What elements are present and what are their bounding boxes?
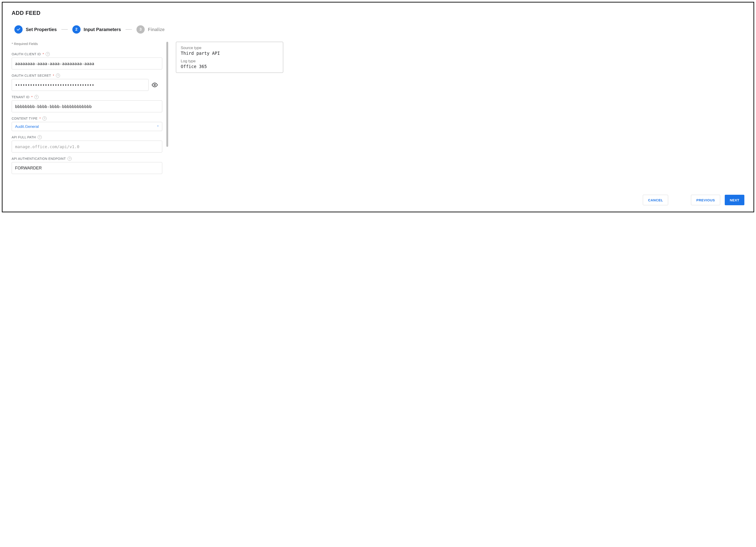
step-number: 2: [72, 25, 81, 34]
oauth-client-id-input[interactable]: [12, 57, 162, 69]
scrollbar[interactable]: [166, 42, 168, 147]
log-type-label: Log type: [181, 59, 278, 63]
step-label: Finalize: [148, 27, 165, 32]
required-star: *: [39, 117, 41, 120]
tenant-id-input[interactable]: [12, 100, 162, 112]
dialog-title: ADD FEED: [12, 10, 744, 16]
source-type-label: Source type: [181, 46, 278, 50]
required-star: *: [43, 52, 44, 56]
next-button[interactable]: NEXT: [725, 195, 744, 205]
svg-point-0: [154, 84, 156, 86]
step-separator: [61, 29, 68, 30]
api-auth-endpoint-input[interactable]: [12, 162, 162, 174]
step-input-parameters[interactable]: 2 Input Parameters: [72, 25, 121, 34]
step-set-properties[interactable]: Set Properties: [14, 25, 57, 34]
field-oauth-client-secret: OAUTH CLIENT SECRET * ?: [12, 73, 162, 91]
field-oauth-client-id: OAUTH CLIENT ID * ?: [12, 52, 162, 69]
help-icon[interactable]: ?: [38, 135, 42, 139]
field-label: TENANT ID: [12, 95, 29, 99]
eye-icon[interactable]: [152, 82, 158, 88]
field-label: OAUTH CLIENT ID: [12, 52, 41, 56]
field-tenant-id: TENANT ID * ?: [12, 95, 162, 112]
help-icon[interactable]: ?: [42, 116, 47, 120]
add-feed-dialog: ADD FEED Set Properties 2 Input Paramete…: [2, 2, 754, 212]
step-separator: [126, 29, 132, 30]
step-number: 3: [136, 25, 145, 34]
required-star: *: [31, 95, 32, 99]
info-column: Source type Third party API Log type Off…: [176, 42, 283, 73]
field-label: API FULL PATH: [12, 135, 36, 139]
help-icon[interactable]: ?: [56, 73, 60, 78]
api-full-path-input[interactable]: [12, 141, 162, 152]
form-column: * Required Fields OAUTH CLIENT ID * ? OA…: [12, 42, 167, 178]
check-icon: [14, 25, 23, 34]
help-icon[interactable]: ?: [34, 95, 39, 99]
field-label: OAUTH CLIENT SECRET: [12, 74, 51, 77]
stepper: Set Properties 2 Input Parameters 3 Fina…: [12, 25, 744, 34]
field-api-full-path: API FULL PATH ?: [12, 135, 162, 152]
dialog-footer: CANCEL PREVIOUS NEXT: [643, 195, 744, 205]
field-api-auth-endpoint: API AUTHENTICATION ENDPOINT ?: [12, 157, 162, 174]
required-fields-note: * Required Fields: [12, 42, 162, 46]
help-icon[interactable]: ?: [46, 52, 50, 56]
step-label: Input Parameters: [84, 27, 121, 32]
help-icon[interactable]: ?: [68, 157, 72, 161]
required-star: *: [53, 74, 54, 77]
previous-button[interactable]: PREVIOUS: [691, 195, 720, 205]
cancel-button[interactable]: CANCEL: [643, 195, 668, 205]
field-label: API AUTHENTICATION ENDPOINT: [12, 157, 66, 160]
field-content-type: CONTENT TYPE * ? Audit.General: [12, 116, 162, 131]
content-type-select[interactable]: Audit.General: [12, 122, 162, 131]
log-type-value: Office 365: [181, 64, 278, 69]
step-label: Set Properties: [26, 27, 57, 32]
info-box: Source type Third party API Log type Off…: [176, 42, 283, 73]
step-finalize: 3 Finalize: [136, 25, 165, 34]
oauth-client-secret-input[interactable]: [12, 79, 149, 91]
source-type-value: Third party API: [181, 51, 278, 56]
field-label: CONTENT TYPE: [12, 117, 38, 120]
